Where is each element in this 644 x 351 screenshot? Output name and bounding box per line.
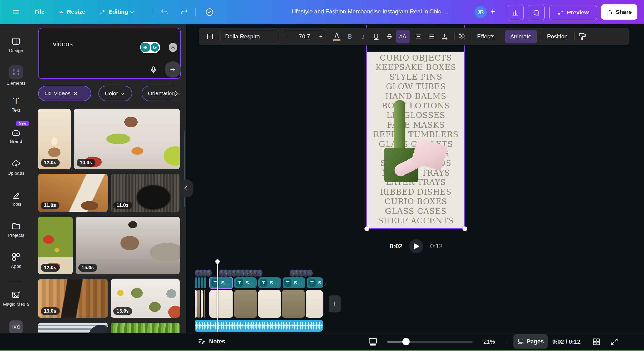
- merch-list-text[interactable]: CURIO OBJECTS KEEPSAKE BOXES STYLE PINS …: [367, 53, 465, 225]
- sidebar-item-brand[interactable]: New co Brand: [0, 121, 32, 144]
- text-clip-selected[interactable]: T S…: [210, 277, 232, 288]
- document-title[interactable]: Lifestyle and Fashion Merchandise Instag…: [276, 8, 463, 15]
- play-button[interactable]: [409, 239, 423, 253]
- decrease-font-button[interactable]: –: [286, 33, 290, 40]
- insights-button[interactable]: [507, 5, 524, 20]
- video-clip[interactable]: [209, 290, 233, 318]
- bold-button[interactable]: B: [343, 30, 356, 43]
- video-clip[interactable]: [258, 290, 281, 318]
- audio-clip[interactable]: [195, 320, 323, 332]
- animate-button[interactable]: Animate: [505, 30, 537, 43]
- video-clip[interactable]: [306, 290, 323, 318]
- video-thumbnail[interactable]: 11.0s: [38, 174, 108, 212]
- text-case-button[interactable]: aA: [396, 30, 410, 43]
- bullet-list-icon[interactable]: [425, 33, 438, 41]
- transparency-icon[interactable]: [458, 32, 467, 41]
- search-submit-button[interactable]: [165, 61, 181, 78]
- comments-button[interactable]: [528, 5, 545, 20]
- share-button[interactable]: Share: [601, 4, 637, 20]
- search-input-value[interactable]: videos: [53, 40, 73, 48]
- sidebar-item-elements[interactable]: ♥▲■● Elements: [0, 65, 32, 86]
- italic-button[interactable]: I: [356, 30, 370, 43]
- text-align-icon[interactable]: [412, 33, 425, 41]
- text-clip[interactable]: T S…: [234, 277, 257, 288]
- video-mini-clip[interactable]: [201, 290, 203, 318]
- search-box[interactable]: videos G: [38, 28, 181, 79]
- video-thumbnail[interactable]: 11.0s: [111, 174, 180, 212]
- element-clip[interactable]: [206, 269, 212, 277]
- add-member-button[interactable]: +: [490, 7, 495, 17]
- video-mini-clip[interactable]: [197, 290, 200, 318]
- selection-border-right[interactable]: [464, 25, 465, 229]
- video-clip[interactable]: [234, 290, 257, 318]
- resize-handle-bottom-left[interactable]: [364, 226, 369, 231]
- text-mini-clip[interactable]: [198, 277, 200, 288]
- font-family-selector[interactable]: Della Respira: [221, 30, 279, 43]
- text-box-icon[interactable]: [206, 33, 214, 41]
- letter-spacing-icon[interactable]: [438, 33, 451, 41]
- pages-icon: [517, 338, 524, 345]
- text-clip[interactable]: T S…: [307, 277, 323, 288]
- save-status-button[interactable]: [205, 7, 214, 17]
- design-page[interactable]: CURIO OBJECTS KEEPSAKE BOXES STYLE PINS …: [367, 52, 465, 228]
- underline-button[interactable]: U: [370, 30, 383, 43]
- notes-button[interactable]: Notes: [197, 338, 225, 345]
- zoom-level[interactable]: 21%: [483, 338, 495, 345]
- sidebar-item-design[interactable]: Design: [0, 36, 32, 53]
- increase-font-button[interactable]: +: [319, 33, 323, 40]
- sidebar-item-text[interactable]: T Text: [0, 97, 32, 113]
- position-button[interactable]: Position: [543, 33, 571, 40]
- video-mini-clip[interactable]: [195, 290, 197, 318]
- element-clip[interactable]: [256, 269, 263, 277]
- timeline-view-button[interactable]: [368, 337, 378, 347]
- grid-view-button[interactable]: [592, 337, 601, 346]
- text-clip[interactable]: T S…: [283, 277, 305, 288]
- text-mini-clip[interactable]: [201, 277, 203, 288]
- undo-button[interactable]: [160, 8, 169, 17]
- editing-mode-button[interactable]: Editing: [100, 8, 134, 15]
- playhead-line[interactable]: [217, 263, 218, 332]
- resize-button[interactable]: Resize: [58, 8, 85, 15]
- file-menu-button[interactable]: File: [34, 8, 44, 15]
- sidebar-item-uploads[interactable]: Uploads: [0, 159, 32, 176]
- comment-bubble-icon: [532, 9, 540, 17]
- text-clip[interactable]: T S…: [258, 277, 281, 288]
- main-menu-button[interactable]: [12, 8, 20, 16]
- zoom-slider-thumb[interactable]: [402, 338, 410, 345]
- preview-button[interactable]: Preview: [549, 5, 597, 20]
- resize-handle-bottom-right[interactable]: [462, 226, 467, 231]
- element-clip[interactable]: [306, 269, 313, 277]
- scroll-chips-right-button[interactable]: [171, 89, 179, 97]
- text-mini-clip[interactable]: [195, 277, 197, 288]
- text-color-button[interactable]: A: [330, 30, 343, 43]
- remove-filter-icon[interactable]: [73, 92, 77, 96]
- fullscreen-button[interactable]: [610, 337, 619, 346]
- video-mini-clip[interactable]: [204, 290, 205, 318]
- sidebar-item-tools[interactable]: Tools: [0, 190, 32, 207]
- pages-button[interactable]: Pages: [513, 334, 548, 349]
- voice-search-button[interactable]: [148, 64, 159, 76]
- add-clip-button[interactable]: +: [329, 295, 341, 312]
- text-mini-clip[interactable]: [204, 277, 206, 288]
- selection-border-bottom[interactable]: [366, 228, 465, 229]
- collapse-panel-handle[interactable]: [180, 179, 193, 197]
- filter-chip-color[interactable]: Color: [98, 86, 132, 101]
- clear-search-button[interactable]: [169, 43, 177, 52]
- video-clip[interactable]: [282, 290, 305, 318]
- avatar[interactable]: JR: [474, 6, 487, 18]
- filter-chip-videos[interactable]: Videos: [38, 86, 91, 101]
- sidebar-item-projects[interactable]: Projects: [0, 221, 32, 238]
- writing-assistant-pill[interactable]: G: [140, 42, 160, 53]
- total-time: 0:12: [430, 243, 443, 250]
- effects-button[interactable]: Effects: [473, 33, 498, 40]
- font-size-value[interactable]: 70.7: [299, 33, 310, 40]
- top-header: File Resize Editing Lifestyle and Fashio…: [0, 0, 644, 24]
- video-thumbnail[interactable]: 10.0s: [74, 109, 180, 169]
- redo-button[interactable]: [180, 8, 189, 17]
- strikethrough-button[interactable]: S: [383, 30, 396, 43]
- sidebar-item-label: Projects: [8, 233, 24, 238]
- selection-border-left[interactable]: [366, 25, 367, 229]
- paint-roller-icon[interactable]: [578, 32, 587, 41]
- video-thumbnail[interactable]: 12.0s: [38, 109, 71, 169]
- green-bottle-cap[interactable]: [394, 100, 405, 155]
